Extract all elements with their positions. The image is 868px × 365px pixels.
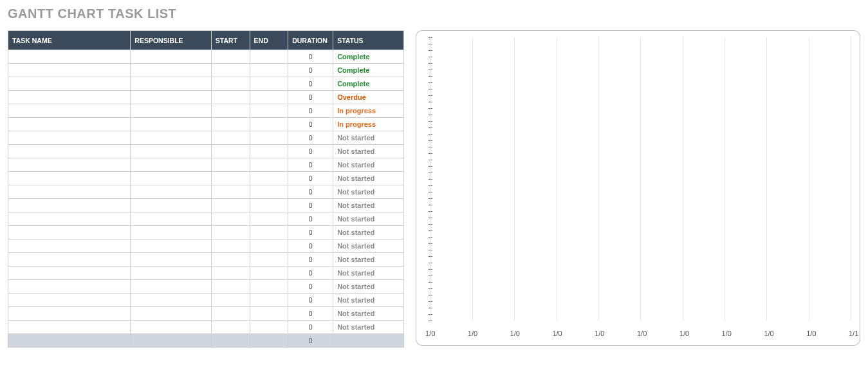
table-row[interactable]: 0Not started bbox=[8, 145, 404, 158]
status-cell[interactable]: Not started bbox=[333, 158, 403, 172]
start-cell[interactable] bbox=[211, 280, 250, 294]
status-cell[interactable]: Complete bbox=[333, 77, 403, 91]
responsible-cell[interactable] bbox=[131, 118, 211, 131]
end-cell[interactable] bbox=[250, 50, 288, 64]
task-name-cell[interactable] bbox=[8, 212, 131, 226]
end-cell[interactable] bbox=[250, 64, 288, 77]
duration-cell[interactable]: 0 bbox=[288, 294, 333, 307]
end-cell[interactable] bbox=[250, 199, 288, 212]
status-cell[interactable]: Not started bbox=[333, 321, 403, 334]
duration-cell[interactable]: 0 bbox=[288, 239, 333, 253]
status-cell[interactable]: Not started bbox=[333, 145, 403, 158]
start-cell[interactable] bbox=[211, 294, 250, 307]
start-cell[interactable] bbox=[211, 226, 250, 239]
responsible-cell[interactable] bbox=[131, 145, 211, 158]
table-row[interactable]: 0Not started bbox=[8, 294, 404, 307]
task-name-cell[interactable] bbox=[8, 104, 131, 118]
start-cell[interactable] bbox=[211, 185, 250, 199]
task-name-cell[interactable] bbox=[8, 91, 131, 104]
table-row[interactable]: 0Complete bbox=[8, 64, 404, 77]
responsible-cell[interactable] bbox=[131, 185, 211, 199]
responsible-cell[interactable] bbox=[131, 131, 211, 145]
status-cell[interactable]: In progress bbox=[333, 118, 403, 131]
responsible-cell[interactable] bbox=[131, 239, 211, 253]
duration-cell[interactable]: 0 bbox=[288, 307, 333, 321]
responsible-cell[interactable] bbox=[131, 77, 211, 91]
start-cell[interactable] bbox=[211, 172, 250, 185]
end-cell[interactable] bbox=[250, 118, 288, 131]
table-row[interactable]: 0Complete bbox=[8, 50, 404, 64]
end-cell[interactable] bbox=[250, 212, 288, 226]
table-row[interactable]: 0Not started bbox=[8, 239, 404, 253]
status-cell[interactable]: Complete bbox=[333, 50, 403, 64]
responsible-cell[interactable] bbox=[131, 226, 211, 239]
end-cell[interactable] bbox=[250, 145, 288, 158]
end-cell[interactable] bbox=[250, 172, 288, 185]
duration-cell[interactable]: 0 bbox=[288, 226, 333, 239]
end-cell[interactable] bbox=[250, 280, 288, 294]
duration-cell[interactable]: 0 bbox=[288, 118, 333, 131]
duration-cell[interactable]: 0 bbox=[288, 185, 333, 199]
duration-cell[interactable]: 0 bbox=[288, 253, 333, 267]
table-row[interactable]: 0Not started bbox=[8, 321, 404, 334]
start-cell[interactable] bbox=[211, 253, 250, 267]
start-cell[interactable] bbox=[211, 77, 250, 91]
responsible-cell[interactable] bbox=[131, 172, 211, 185]
task-name-cell[interactable] bbox=[8, 50, 131, 64]
status-cell[interactable]: Not started bbox=[333, 185, 403, 199]
responsible-cell[interactable] bbox=[131, 91, 211, 104]
duration-cell[interactable]: 0 bbox=[288, 104, 333, 118]
status-cell[interactable]: Not started bbox=[333, 199, 403, 212]
status-cell[interactable]: Not started bbox=[333, 294, 403, 307]
start-cell[interactable] bbox=[211, 199, 250, 212]
start-cell[interactable] bbox=[211, 50, 250, 64]
status-cell[interactable]: In progress bbox=[333, 104, 403, 118]
status-cell[interactable]: Not started bbox=[333, 267, 403, 280]
task-name-cell[interactable] bbox=[8, 294, 131, 307]
task-name-cell[interactable] bbox=[8, 226, 131, 239]
end-cell[interactable] bbox=[250, 307, 288, 321]
start-cell[interactable] bbox=[211, 104, 250, 118]
responsible-cell[interactable] bbox=[131, 50, 211, 64]
table-row[interactable]: 0Not started bbox=[8, 131, 404, 145]
duration-cell[interactable]: 0 bbox=[288, 50, 333, 64]
duration-cell[interactable]: 0 bbox=[288, 172, 333, 185]
table-row[interactable]: 0Not started bbox=[8, 199, 404, 212]
table-row[interactable]: 0Not started bbox=[8, 267, 404, 280]
table-row[interactable]: 0Not started bbox=[8, 307, 404, 321]
start-cell[interactable] bbox=[211, 321, 250, 334]
start-cell[interactable] bbox=[211, 212, 250, 226]
table-row[interactable]: 0Not started bbox=[8, 185, 404, 199]
responsible-cell[interactable] bbox=[131, 267, 211, 280]
duration-cell[interactable]: 0 bbox=[288, 131, 333, 145]
duration-cell[interactable]: 0 bbox=[288, 145, 333, 158]
table-row[interactable]: 0Not started bbox=[8, 212, 404, 226]
table-row[interactable]: 0Not started bbox=[8, 253, 404, 267]
start-cell[interactable] bbox=[211, 131, 250, 145]
status-cell[interactable]: Not started bbox=[333, 131, 403, 145]
end-cell[interactable] bbox=[250, 294, 288, 307]
responsible-cell[interactable] bbox=[131, 212, 211, 226]
task-name-cell[interactable] bbox=[8, 77, 131, 91]
end-cell[interactable] bbox=[250, 253, 288, 267]
task-name-cell[interactable] bbox=[8, 280, 131, 294]
task-name-cell[interactable] bbox=[8, 239, 131, 253]
task-name-cell[interactable] bbox=[8, 145, 131, 158]
responsible-cell[interactable] bbox=[131, 294, 211, 307]
responsible-cell[interactable] bbox=[131, 321, 211, 334]
task-name-cell[interactable] bbox=[8, 307, 131, 321]
duration-cell[interactable]: 0 bbox=[288, 321, 333, 334]
table-row[interactable]: 0Overdue bbox=[8, 91, 404, 104]
table-row[interactable]: 0Complete bbox=[8, 77, 404, 91]
duration-cell[interactable]: 0 bbox=[288, 158, 333, 172]
end-cell[interactable] bbox=[250, 321, 288, 334]
status-cell[interactable]: Not started bbox=[333, 280, 403, 294]
status-cell[interactable]: Not started bbox=[333, 239, 403, 253]
end-cell[interactable] bbox=[250, 131, 288, 145]
task-name-cell[interactable] bbox=[8, 321, 131, 334]
task-name-cell[interactable] bbox=[8, 253, 131, 267]
responsible-cell[interactable] bbox=[131, 307, 211, 321]
responsible-cell[interactable] bbox=[131, 199, 211, 212]
responsible-cell[interactable] bbox=[131, 280, 211, 294]
task-name-cell[interactable] bbox=[8, 199, 131, 212]
